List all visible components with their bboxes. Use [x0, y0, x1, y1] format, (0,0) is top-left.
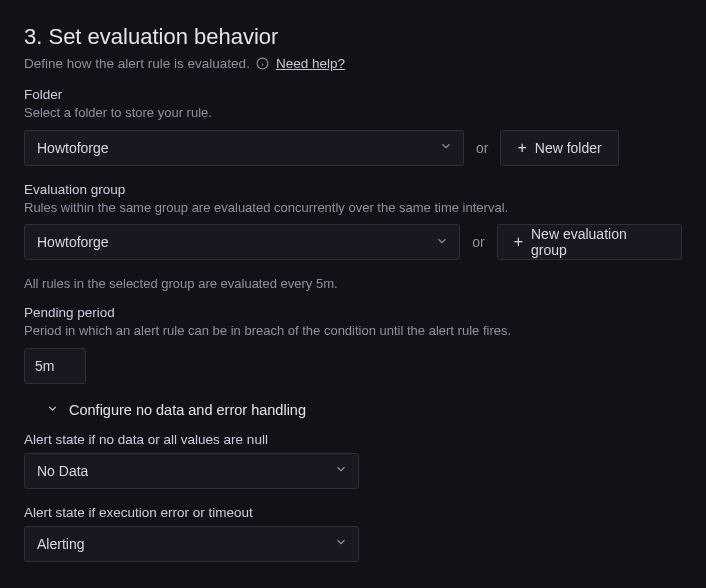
- folder-field: Folder Select a folder to store your rul…: [24, 87, 682, 166]
- no-data-select-value: No Data: [37, 463, 88, 479]
- folder-description: Select a folder to store your rule.: [24, 104, 524, 122]
- plus-icon: +: [514, 234, 523, 250]
- new-folder-button[interactable]: + New folder: [500, 130, 618, 166]
- no-data-select[interactable]: No Data: [24, 453, 359, 489]
- interval-note: All rules in the selected group are eval…: [24, 276, 682, 291]
- evaluation-group-field: Evaluation group Rules within the same g…: [24, 182, 682, 261]
- pending-period-field: Pending period Period in which an alert …: [24, 305, 682, 384]
- pending-label: Pending period: [24, 305, 682, 320]
- or-text: or: [472, 234, 484, 250]
- section-title: 3. Set evaluation behavior: [24, 24, 682, 50]
- chevron-down-icon: [435, 234, 449, 251]
- error-state-select-value: Alerting: [37, 536, 84, 552]
- folder-select-value: Howtoforge: [37, 140, 109, 156]
- info-icon: [256, 57, 270, 71]
- chevron-down-icon: [334, 462, 348, 479]
- error-state-label: Alert state if execution error or timeou…: [24, 505, 682, 520]
- configure-no-data-toggle[interactable]: Configure no data and error handling: [46, 402, 682, 418]
- error-state-select[interactable]: Alerting: [24, 526, 359, 562]
- new-folder-label: New folder: [535, 140, 602, 156]
- group-label: Evaluation group: [24, 182, 682, 197]
- group-select[interactable]: Howtoforge: [24, 224, 460, 260]
- chevron-down-icon: [334, 535, 348, 552]
- new-group-button[interactable]: + New evaluation group: [497, 224, 682, 260]
- group-select-value: Howtoforge: [37, 234, 109, 250]
- chevron-down-icon: [439, 139, 453, 156]
- need-help-link[interactable]: Need help?: [276, 56, 345, 71]
- no-data-field: Alert state if no data or all values are…: [24, 432, 682, 489]
- error-state-field: Alert state if execution error or timeou…: [24, 505, 682, 562]
- pending-period-input[interactable]: 5m: [24, 348, 86, 384]
- pending-description: Period in which an alert rule can be in …: [24, 322, 524, 340]
- section-subtitle: Define how the alert rule is evaluated.: [24, 56, 250, 71]
- pending-value: 5m: [35, 358, 54, 374]
- chevron-down-icon: [46, 402, 59, 418]
- configure-section-label: Configure no data and error handling: [69, 402, 306, 418]
- folder-select[interactable]: Howtoforge: [24, 130, 464, 166]
- folder-label: Folder: [24, 87, 682, 102]
- plus-icon: +: [517, 140, 526, 156]
- section-subtitle-row: Define how the alert rule is evaluated. …: [24, 56, 682, 71]
- no-data-label: Alert state if no data or all values are…: [24, 432, 682, 447]
- new-group-label: New evaluation group: [531, 226, 665, 258]
- group-description: Rules within the same group are evaluate…: [24, 199, 524, 217]
- or-text: or: [476, 140, 488, 156]
